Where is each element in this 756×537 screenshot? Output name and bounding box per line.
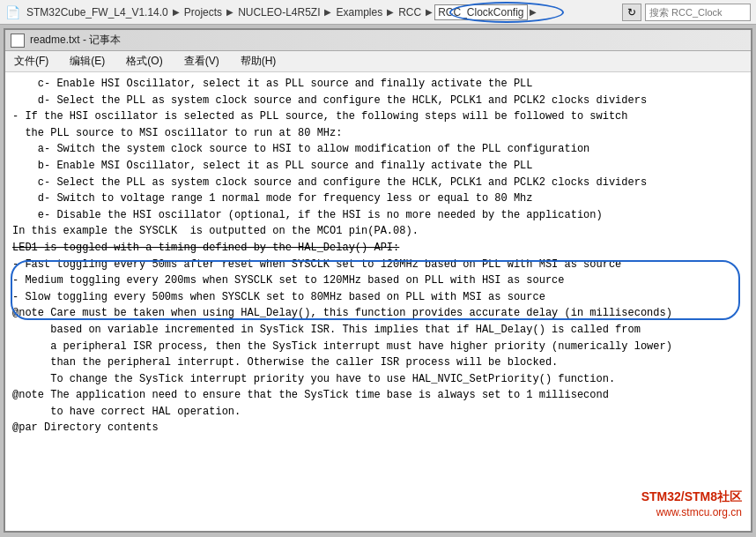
notepad-content: c- Enable HSI Oscillator, select it as P…	[5, 72, 751, 531]
text-line: - Slow toggling every 500ms when SYSCLK …	[12, 289, 744, 306]
menu-view[interactable]: 查看(V)	[181, 53, 223, 70]
breadcrumb-arrow-3: ▶	[324, 7, 331, 17]
breadcrumb-projects[interactable]: Projects	[182, 5, 225, 19]
text-line: @note Care must be taken when using HAL_…	[12, 305, 744, 322]
text-line: c- Select the PLL as system clock source…	[12, 175, 744, 191]
text-line: - If the HSI oscillator is selected as P…	[12, 108, 744, 125]
text-line: the PLL source to MSI oscillator to run …	[12, 125, 744, 142]
logo-line2: www.stmcu.org.cn	[641, 505, 742, 520]
breadcrumb-arrow-6: ▶	[530, 7, 537, 17]
notepad-title-bar: readme.txt - 记事本	[5, 30, 751, 51]
text-line: @note The application need to ensure tha…	[12, 387, 744, 404]
refresh-button[interactable]: ↻	[622, 4, 641, 21]
notepad-menu-bar: 文件(F) 编辑(E) 格式(O) 查看(V) 帮助(H)	[5, 51, 751, 72]
breadcrumb-arrow-4: ▶	[387, 7, 394, 17]
text-line: to have correct HAL operation.	[12, 404, 744, 421]
file-icon: 📄	[5, 5, 20, 19]
menu-format[interactable]: 格式(O)	[122, 53, 166, 70]
text-line: a- Switch the system clock source to HSI…	[12, 141, 744, 158]
breadcrumb-rcc[interactable]: RCC	[396, 5, 424, 19]
menu-edit[interactable]: 编辑(E)	[66, 53, 108, 70]
notepad-window: readme.txt - 记事本 文件(F) 编辑(E) 格式(O) 查看(V)…	[4, 28, 752, 533]
text-line: - Medium toggling every 200ms when SYSCL…	[12, 272, 744, 289]
text-line: LED1 is toggled with a timing defined by…	[12, 240, 744, 257]
text-line: than the peripheral interrupt. Otherwise…	[12, 354, 744, 371]
text-line: d- Switch to voltage range 1 normal mode…	[12, 190, 744, 207]
notepad-title: readme.txt - 记事本	[30, 33, 121, 48]
text-line: d- Select the PLL as system clock source…	[12, 93, 744, 109]
text-line: In this example the SYSCLK is outputted …	[12, 223, 744, 240]
breadcrumb-rcc-clockconfig[interactable]: RCC_ClockConfig	[434, 4, 527, 20]
bottom-logo: STM32/STM8社区 www.stmcu.org.cn	[641, 489, 742, 520]
breadcrumb-arrow-5: ▶	[426, 7, 433, 17]
breadcrumb-stm32cube[interactable]: STM32Cube_FW_L4_V1.14.0	[24, 5, 171, 19]
search-input[interactable]	[645, 4, 751, 21]
menu-help[interactable]: 帮助(H)	[237, 53, 280, 70]
text-line: a peripheral ISR process, then the SysTi…	[12, 339, 744, 355]
content-lines: c- Enable HSI Oscillator, select it as P…	[12, 76, 744, 436]
text-line: @par Directory contents	[12, 420, 744, 436]
menu-file[interactable]: 文件(F)	[11, 53, 52, 70]
breadcrumb-nucleo[interactable]: NUCLEO-L4R5ZI	[235, 5, 322, 19]
breadcrumb-arrow-1: ▶	[173, 7, 180, 17]
breadcrumb-examples[interactable]: Examples	[333, 5, 385, 19]
text-line: To change the SysTick interrupt priority…	[12, 371, 744, 388]
text-line: - Fast toggling every 50ms after reset w…	[12, 257, 744, 273]
toolbar-right: ↻	[622, 4, 751, 21]
top-bar: 📄 STM32Cube_FW_L4_V1.14.0 ▶ Projects ▶ N…	[0, 0, 756, 25]
text-line: based on variable incremented in SysTick…	[12, 322, 744, 339]
text-line: c- Enable HSI Oscillator, select it as P…	[12, 76, 744, 93]
breadcrumb-arrow-2: ▶	[226, 7, 233, 17]
document-icon	[11, 34, 25, 48]
logo-line1: STM32/STM8社区	[641, 489, 742, 506]
text-line: e- Disable the HSI oscillator (optional,…	[12, 207, 744, 224]
text-line: b- Enable MSI Oscillator, select it as P…	[12, 158, 744, 175]
